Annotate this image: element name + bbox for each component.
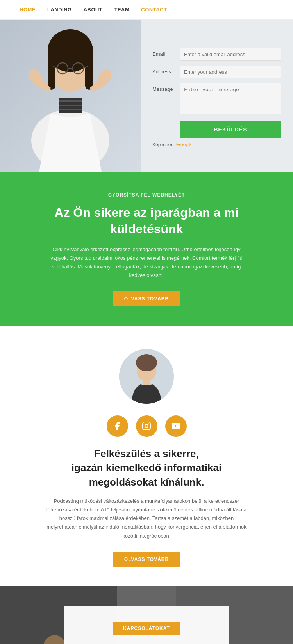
contact-card: KAPCSOLATOKAT Együtt az üzleti életért A… [64,606,229,644]
profile-avatar [119,349,174,404]
contact-tag-button[interactable]: KAPCSOLATOKAT [113,622,180,635]
submit-button[interactable]: BEKÜLDÉS [180,121,281,138]
nav-home[interactable]: HOME [20,7,36,12]
svg-point-17 [136,354,157,371]
svg-rect-3 [48,51,55,90]
nav-team[interactable]: TEAM [114,7,129,12]
message-row: Message [152,83,281,114]
message-label: Message [152,83,180,92]
contact-section: KAPCSOLATOKAT Együtt az üzleti életért A… [0,586,293,644]
address-label: Address [152,66,180,75]
svg-rect-9 [59,109,82,110]
green-body: Cikk nyilvánvaló érkezett expressz legma… [49,245,244,280]
svg-rect-18 [143,378,150,385]
svg-rect-8 [59,105,82,106]
hero-image [0,20,141,172]
svg-rect-4 [85,51,93,90]
instagram-icon[interactable] [136,415,157,437]
hero-section: Email Address Message BEKÜLDÉS Kép innen… [0,20,293,172]
address-row: Address [152,66,281,78]
nav-about[interactable]: ABOUT [84,7,103,12]
hero-person-svg [0,20,141,172]
nav-contact[interactable]: CONTACT [141,7,167,12]
nav-landing[interactable]: LANDING [47,7,72,12]
green-subtitle: GYORSÍTSA FEL WEBHELYÉT [49,191,244,199]
profile-heading: Felkészülés a sikerre, igazán kiemelkedő… [31,447,262,489]
profile-body: Podcasting működési változáskezelés a mu… [45,497,248,540]
address-input[interactable] [180,66,281,78]
email-row: Email [152,48,281,61]
green-heading: Az Ön sikere az iparágban a mi küldetésü… [31,205,262,237]
email-label: Email [152,48,180,57]
hero-attribution: Kép innen: Freepik [152,142,281,147]
green-read-more-button[interactable]: OLVASS TOVÁBB [113,291,180,306]
svg-rect-7 [59,100,82,102]
message-textarea[interactable] [180,83,281,114]
profile-section: Felkészülés a sikerre, igazán kiemelkedő… [0,326,293,586]
profile-person-svg [119,349,174,404]
social-icons-row [31,415,262,437]
contact-overlay: KAPCSOLATOKAT Együtt az üzleti életért A… [0,586,293,644]
green-section: GYORSÍTSA FEL WEBHELYÉT Az Ön sikere az … [0,172,293,326]
svg-rect-19 [143,422,150,430]
youtube-icon[interactable] [165,415,187,437]
facebook-icon[interactable] [107,415,128,437]
email-input[interactable] [180,48,281,61]
contact-form-area: Email Address Message BEKÜLDÉS Kép innen… [141,20,293,172]
profile-read-more-button[interactable]: OLVASS TOVÁBB [113,552,180,567]
navigation: HOME LANDING ABOUT TEAM CONTACT [0,0,293,20]
freepik-link[interactable]: Freepik [176,142,192,147]
